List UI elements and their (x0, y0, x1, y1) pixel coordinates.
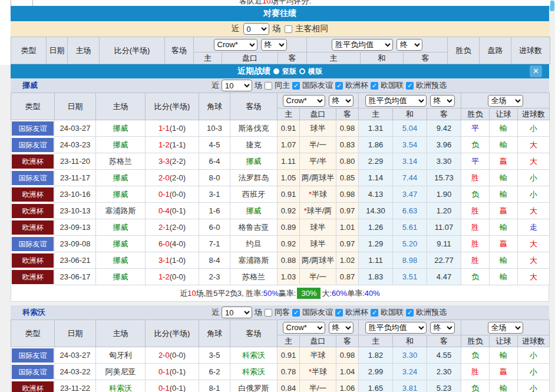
avg-final-select[interactable]: 终 (430, 95, 455, 107)
odds-away: 1.02 (336, 252, 359, 269)
bookmaker-select[interactable]: Crow* (214, 39, 257, 51)
away-team: 科索沃 (230, 364, 278, 380)
odds-home: 0.88 (278, 252, 300, 269)
close-icon[interactable]: ✕ (530, 65, 542, 77)
score: 0-1(0-0) (146, 186, 199, 203)
team-section-header: 科索沃 近 10 场 同客✓国际友谊✓欧洲杯✓欧国联✓欧洲预选 (11, 305, 549, 319)
col-0: 类型 (11, 320, 55, 347)
avg-final-select[interactable]: 终 (397, 39, 422, 51)
same-home-away-checkbox[interactable] (285, 25, 292, 33)
competition-checkbox-1[interactable]: ✓ (335, 82, 343, 90)
result-wdl: 负 (461, 186, 490, 203)
fulltime-select[interactable]: 全场 (488, 95, 523, 107)
horizontal-radio-label: 横版 (308, 67, 322, 77)
record-summary: 近10场,胜5平2负3, 胜率:50% 赢率: 30% 大:60% 单率:40% (11, 285, 549, 302)
bookmaker-select[interactable]: Crow* (283, 322, 325, 334)
corners: 10-3 (199, 120, 230, 137)
avg-away-odds: 3.30 (427, 153, 461, 170)
table-divider-line (32, 0, 33, 6)
match-row: 欧洲杯 23-11-20 苏格兰 3-3(2-2) 6-4 挪威 1.11 平/… (11, 153, 550, 170)
competition-badge: 国际友谊 (11, 347, 55, 364)
games-label: 场 (255, 80, 262, 91)
corners: 7-1 (199, 236, 230, 252)
match-row: 欧洲杯 23-06-17 挪威 1-2(0-0) 2-3 苏格兰 1.03 半/… (11, 269, 550, 285)
odds-final-select[interactable]: 终 (329, 95, 354, 107)
result-handicap: 贏 (490, 203, 518, 219)
home-team: 挪威 (96, 269, 146, 285)
subcol: 主 (359, 108, 393, 120)
corners: 4-5 (199, 137, 230, 153)
competition-checkbox-3[interactable]: ✓ (406, 309, 414, 317)
avg-draw-odds: 5.61 (393, 219, 427, 236)
h2h-filter-row: 近 0 场 主客相同 (11, 21, 549, 37)
result-wdl: 胜 (461, 170, 490, 186)
match-row: 国际友谊 23-09-08 挪威 6-0(4-0) 7-1 约旦 0.92 球半… (11, 236, 550, 252)
competition-label-3: 欧洲预选 (416, 80, 447, 91)
same-venue-checkbox[interactable] (265, 82, 272, 90)
avg-odds-select[interactable]: 胜平负均值 (332, 39, 393, 51)
match-date: 23-09-08 (55, 236, 96, 252)
odds-away: 0.98 (336, 347, 359, 364)
match-date: 23-06-21 (55, 252, 96, 269)
competition-badge: 国际友谊 (11, 170, 55, 186)
match-date: 23-11-22 (55, 380, 96, 392)
team-section-1: 科索沃 近 10 场 同客✓国际友谊✓欧洲杯✓欧国联✓欧洲预选 类型日期主场比分… (11, 305, 549, 392)
result-handicap: 輸 (490, 269, 518, 285)
bookmaker-select[interactable]: Crow* (283, 95, 325, 107)
team-games-select[interactable]: 10 (222, 307, 252, 318)
result-goals: 大 (518, 252, 550, 269)
odds-final-select[interactable]: 终 (329, 322, 354, 334)
handicap-line: 半球 (300, 347, 336, 364)
corners: 8-4 (199, 252, 230, 269)
handicap-line: 两/两球半 (300, 252, 336, 269)
competition-checkbox-0[interactable]: ✓ (292, 309, 300, 317)
odds-away: 0.83 (336, 137, 359, 153)
scrollbar-thumb[interactable] (550, 1, 554, 11)
result-wdl: 胜 (461, 219, 490, 236)
horizontal-radio[interactable] (299, 68, 305, 74)
score: 6-0(4-0) (146, 236, 199, 252)
avg-home-odds: 2.99 (359, 364, 393, 380)
avg-odds-select[interactable]: 胜平负均值 (365, 95, 427, 107)
handicap-line: 半/一 (300, 380, 336, 392)
match-row: 国际友谊 24-03-22 阿美尼亚 0-1(0-1) 6-2 科索沃 0.78… (11, 364, 550, 380)
result-goals: 大 (518, 236, 550, 252)
competition-checkbox-2[interactable]: ✓ (371, 82, 378, 90)
away-team: 苏格兰 (230, 269, 278, 285)
home-team: 挪威 (96, 252, 146, 269)
avg-odds-select[interactable]: 胜平负均值 (365, 322, 427, 334)
same-venue-label: 同主 (275, 80, 290, 91)
h2h-table: 类型 日期 主场 比分(半场) 客场 Crow* 终 胜平负均值 终 (11, 37, 550, 64)
col-type: 类型 (11, 37, 47, 64)
page-scrollbar[interactable] (550, 0, 555, 392)
h2h-games-select[interactable]: 0 (243, 23, 269, 35)
vertical-radio[interactable] (273, 68, 279, 74)
competition-badge: 欧洲杯 (11, 380, 55, 392)
competition-badge: 欧洲杯 (11, 252, 55, 269)
odds-final-select[interactable]: 终 (261, 39, 287, 51)
matches-table: 类型日期主场比分(半场)角球客场 Crow* 终 胜平负均值 终 全场主盘口客主… (11, 93, 550, 285)
home-team: 匈牙利 (96, 347, 146, 364)
result-handicap: 輸 (490, 219, 518, 236)
score: 0-1(0-1) (146, 380, 199, 392)
odds-home: 1.03 (278, 269, 300, 285)
result-wdl: 平 (461, 120, 490, 137)
avg-away-odds: 15.73 (427, 170, 461, 186)
result-goals: 小 (518, 364, 550, 380)
recent-title-bar: 近期战绩 竖版 横版 ✕ (11, 64, 549, 78)
competition-checkbox-3[interactable]: ✓ (406, 82, 414, 90)
result-handicap: 輸 (490, 120, 518, 137)
avg-final-select[interactable]: 终 (430, 322, 455, 334)
avg-away-odds: 9.11 (427, 236, 461, 252)
odds-away: 1.04 (336, 364, 359, 380)
fulltime-select[interactable]: 全场 (488, 322, 523, 334)
team-games-select[interactable]: 10 (222, 80, 252, 91)
col-avg-away: 客 (404, 52, 448, 64)
competition-checkbox-1[interactable]: ✓ (335, 309, 343, 317)
subcol: 进球数 (518, 108, 550, 120)
competition-checkbox-2[interactable]: ✓ (371, 309, 378, 317)
avg-away-odds: 9.42 (427, 120, 461, 137)
competition-checkbox-0[interactable]: ✓ (292, 82, 300, 90)
match-row: 欧洲杯 23-10-13 塞浦路斯 0-4(0-1) 1-6 挪威 0.92 *… (11, 203, 550, 219)
same-venue-checkbox[interactable] (265, 309, 272, 317)
